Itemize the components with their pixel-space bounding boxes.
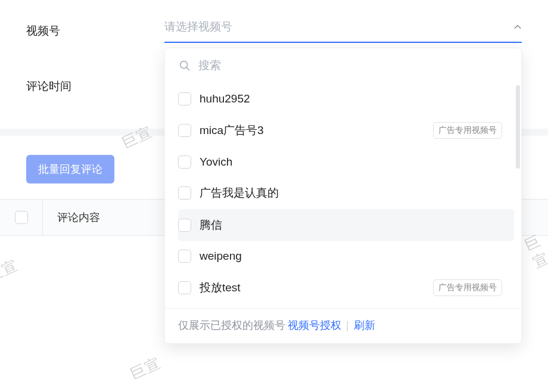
option-checkbox[interactable]	[178, 219, 191, 232]
svg-line-1	[186, 67, 189, 70]
search-row	[165, 48, 521, 80]
watermark: 巨宣	[119, 122, 155, 153]
option-label: 投放test	[200, 280, 425, 295]
select-placeholder: 请选择视频号	[164, 19, 232, 35]
option-checkbox[interactable]	[178, 155, 191, 169]
footer-note: 仅展示已授权的视频号	[178, 318, 285, 332]
label-video: 视频号	[26, 23, 164, 39]
option-checkbox[interactable]	[178, 250, 191, 263]
option-item[interactable]: Yovich	[178, 147, 514, 177]
option-checkbox[interactable]	[178, 92, 191, 105]
label-time: 评论时间	[26, 79, 164, 94]
dropdown-footer: 仅展示已授权的视频号 视频号授权 | 刷新	[165, 308, 521, 343]
search-icon	[178, 59, 191, 72]
footer-link-auth[interactable]: 视频号授权	[288, 318, 341, 332]
footer-link-refresh[interactable]: 刷新	[354, 318, 375, 332]
option-label: mica广告号3	[200, 123, 425, 138]
option-checkbox[interactable]	[178, 281, 191, 294]
option-item[interactable]: mica广告号3广告专用视频号	[178, 114, 514, 147]
watermark: 巨宣	[127, 353, 163, 384]
watermark: 巨宣	[0, 256, 21, 287]
options-list: huhu2952mica广告号3广告专用视频号Yovich广告我是认真的腾信we…	[165, 84, 514, 304]
option-label: Yovich	[200, 155, 502, 169]
video-dropdown: huhu2952mica广告号3广告专用视频号Yovich广告我是认真的腾信we…	[164, 48, 522, 344]
search-input[interactable]	[198, 59, 508, 72]
option-item[interactable]: weipeng	[178, 241, 514, 271]
ad-badge: 广告专用视频号	[433, 279, 502, 296]
bulk-reply-button[interactable]: 批量回复评论	[26, 155, 114, 183]
option-label: 广告我是认真的	[200, 185, 502, 201]
option-item[interactable]: 腾信	[178, 209, 514, 241]
option-label: weipeng	[200, 250, 502, 263]
select-video[interactable]: 请选择视频号	[164, 19, 522, 43]
chevron-up-icon	[513, 23, 522, 31]
option-item[interactable]: 投放test广告专用视频号	[178, 271, 514, 304]
option-label: 腾信	[200, 217, 502, 233]
form-row-video: 视频号 请选择视频号	[0, 0, 548, 43]
options-area: huhu2952mica广告号3广告专用视频号Yovich广告我是认真的腾信we…	[165, 80, 521, 308]
option-item[interactable]: 广告我是认真的	[178, 177, 514, 209]
option-checkbox[interactable]	[178, 186, 191, 200]
option-label: huhu2952	[200, 92, 502, 105]
scrollbar[interactable]	[516, 85, 520, 169]
table-header-checkbox-cell	[0, 200, 43, 235]
option-checkbox[interactable]	[178, 124, 191, 137]
ad-badge: 广告专用视频号	[433, 122, 502, 139]
select-all-checkbox[interactable]	[15, 211, 28, 224]
option-item[interactable]: huhu2952	[178, 84, 514, 114]
table-header-comment: 评论内容	[43, 200, 114, 235]
footer-separator: |	[346, 319, 349, 332]
